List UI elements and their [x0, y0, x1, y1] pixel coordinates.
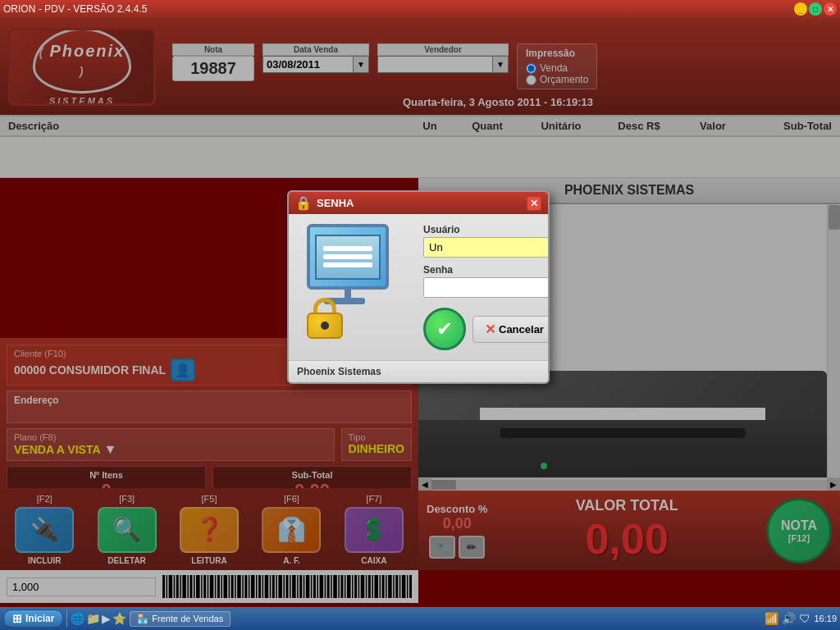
computer-lock-icon [299, 224, 413, 339]
windows-flag-icon: ⊞ [12, 612, 22, 625]
senha-label: Senha [423, 264, 550, 276]
title-bar-buttons: _ □ ✕ [794, 2, 837, 16]
maximize-button[interactable]: □ [809, 2, 822, 16]
taskbar-frente-vendas[interactable]: 🏪 Frente de Vendas [130, 611, 231, 627]
modal-title-icon: 🔒 [295, 195, 312, 211]
usuario-label: Usuário [423, 224, 550, 235]
start-label: Iniciar [25, 613, 54, 624]
cancelar-label: Cancelar [499, 323, 544, 336]
modal-body: Usuário Senha ✔ ✕ Cancelar [289, 214, 548, 360]
cancel-icon: ✕ [485, 322, 495, 337]
taskbar-divider [66, 610, 67, 627]
monitor-screen [315, 235, 381, 280]
senha-modal: 🔒 SENHA ✕ [287, 190, 550, 384]
tray-network-icon[interactable]: 📶 [765, 612, 778, 625]
taskbar-ie-icon[interactable]: 🌐 [71, 612, 84, 625]
tray-security-icon[interactable]: 🛡 [799, 612, 810, 625]
modal-title-bar: 🔒 SENHA ✕ [289, 192, 548, 214]
monitor-icon [307, 224, 389, 290]
modal-icon-area [299, 224, 413, 339]
lock-hole [321, 322, 329, 330]
modal-title: SENHA [317, 197, 354, 209]
taskbar-folder-icon[interactable]: 📁 [86, 612, 100, 625]
modal-form: Usuário Senha ✔ ✕ Cancelar [423, 224, 550, 350]
system-tray: 📶 🔊 🛡 16:19 [765, 612, 837, 625]
frente-vendas-icon: 🏪 [137, 614, 148, 624]
screen-line-2 [323, 254, 372, 259]
modal-title-area: 🔒 SENHA [295, 195, 354, 211]
frente-vendas-label: Frente de Vendas [152, 614, 223, 623]
cancelar-button[interactable]: ✕ Cancelar [472, 316, 550, 343]
usuario-input[interactable] [423, 237, 550, 258]
tray-time: 16:19 [814, 614, 837, 623]
screen-line-1 [323, 246, 372, 251]
senha-group: Senha [423, 264, 550, 298]
windows-taskbar: ⊞ Iniciar 🌐 📁 ▶ ⭐ 🏪 Frente de Vendas 📶 🔊… [0, 607, 840, 630]
usuario-group: Usuário [423, 224, 550, 258]
ok-button[interactable]: ✔ [423, 308, 466, 350]
modal-footer: Phoenix Sistemas [289, 360, 548, 382]
taskbar-star-icon[interactable]: ⭐ [112, 612, 126, 625]
screen-line-3 [323, 262, 372, 267]
modal-overlay: 🔒 SENHA ✕ [0, 18, 840, 607]
start-button[interactable]: ⊞ Iniciar [3, 609, 63, 628]
minimize-button[interactable]: _ [794, 2, 807, 16]
modal-close-button[interactable]: ✕ [527, 196, 541, 211]
tray-sound-icon[interactable]: 🔊 [782, 612, 796, 625]
app-title: ORION - PDV - VERSÃO 2.4.4.5 [3, 3, 147, 15]
lock-body [307, 313, 343, 339]
senha-input[interactable] [423, 277, 550, 298]
close-button[interactable]: ✕ [824, 2, 837, 16]
taskbar-media-icon[interactable]: ▶ [102, 612, 111, 625]
modal-buttons: ✔ ✕ Cancelar [423, 308, 550, 350]
title-bar: ORION - PDV - VERSÃO 2.4.4.5 _ □ ✕ [0, 0, 840, 18]
taskbar-quick-launch: 🌐 📁 ▶ ⭐ [71, 612, 126, 625]
